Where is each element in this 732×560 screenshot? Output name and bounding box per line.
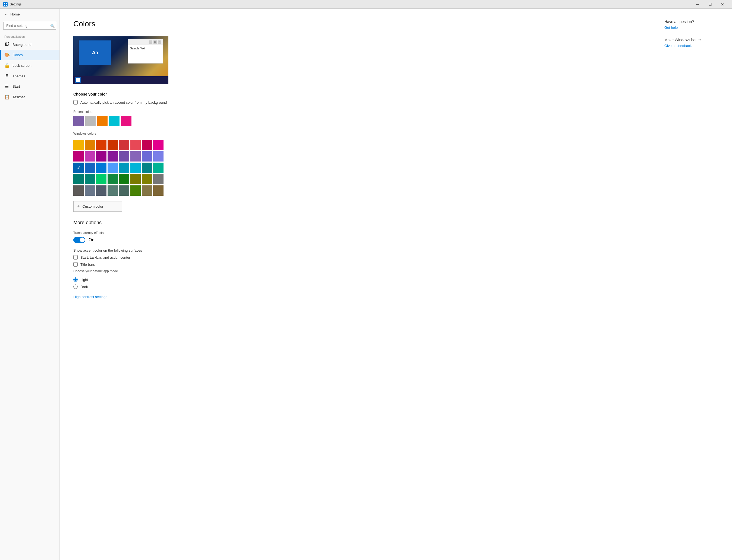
windows-swatch-35[interactable] (108, 185, 118, 196)
themes-icon: 🖥 (4, 74, 9, 78)
maximize-button[interactable]: ☐ (704, 0, 716, 9)
windows-swatch-26[interactable] (96, 174, 106, 184)
back-button[interactable]: ← Home (0, 9, 59, 20)
radio-dark-label[interactable]: Dark (80, 285, 88, 289)
radio-dark[interactable] (73, 284, 78, 289)
windows-swatch-28[interactable] (119, 174, 129, 184)
radio-light[interactable] (73, 277, 78, 282)
check-start-checkbox[interactable] (73, 255, 78, 260)
preview-max-btn: □ (153, 40, 157, 44)
close-button[interactable]: ✕ (716, 0, 729, 9)
windows-swatch-36[interactable] (119, 185, 129, 196)
windows-swatch-18[interactable] (96, 163, 106, 173)
start-icon: ☰ (4, 84, 9, 89)
windows-swatch-19[interactable] (108, 163, 118, 173)
windows-swatch-27[interactable] (108, 174, 118, 184)
windows-swatch-3[interactable] (108, 140, 118, 150)
check-start-label[interactable]: Start, taskbar, and action center (80, 255, 130, 260)
preview-x-btn: × (158, 40, 161, 44)
recent-swatch-1[interactable] (85, 116, 96, 126)
auto-pick-row: Automatically pick an accent color from … (73, 100, 645, 105)
search-input[interactable] (3, 22, 56, 30)
auto-pick-label[interactable]: Automatically pick an accent color from … (80, 100, 167, 105)
windows-swatch-31[interactable] (153, 174, 163, 184)
windows-swatch-15[interactable] (153, 151, 163, 162)
windows-swatch-16[interactable] (73, 163, 84, 173)
windows-swatch-22[interactable] (142, 163, 152, 173)
windows-swatch-25[interactable] (85, 174, 95, 184)
svg-rect-3 (6, 5, 7, 6)
sidebar-item-label-background: Background (12, 43, 31, 47)
windows-swatch-8[interactable] (73, 151, 84, 162)
radio-light-label[interactable]: Light (80, 278, 88, 282)
auto-pick-checkbox[interactable] (73, 100, 78, 105)
windows-swatch-33[interactable] (85, 185, 95, 196)
sidebar-item-themes[interactable]: 🖥 Themes (0, 71, 59, 81)
windows-swatch-30[interactable] (142, 174, 152, 184)
svg-rect-1 (6, 3, 7, 4)
recent-swatch-4[interactable] (121, 116, 131, 126)
windows-swatch-7[interactable] (153, 140, 163, 150)
high-contrast-link[interactable]: High contrast settings (73, 295, 107, 299)
windows-swatch-38[interactable] (142, 185, 152, 196)
preview-close-btn: ─ (149, 40, 152, 44)
recent-swatch-0[interactable] (73, 116, 84, 126)
windows-swatch-6[interactable] (142, 140, 152, 150)
windows-swatch-20[interactable] (119, 163, 129, 173)
windows-swatch-11[interactable] (108, 151, 118, 162)
windows-swatch-2[interactable] (96, 140, 106, 150)
windows-swatch-32[interactable] (73, 185, 84, 196)
windows-swatch-23[interactable] (153, 163, 163, 173)
svg-rect-0 (4, 3, 5, 4)
windows-swatch-12[interactable] (119, 151, 129, 162)
windows-swatch-10[interactable] (96, 151, 106, 162)
windows-swatch-5[interactable] (130, 140, 141, 150)
windows-swatch-17[interactable] (85, 163, 95, 173)
main-content: Colors Aa ─ □ × Sample Text (60, 9, 656, 560)
sidebar-item-start[interactable]: ☰ Start (0, 81, 59, 92)
preview-container: Aa ─ □ × Sample Text (73, 36, 168, 84)
sidebar-item-background[interactable]: 🖼 Background (0, 39, 59, 50)
preview-window: Aa (79, 40, 111, 65)
windows-swatch-34[interactable] (96, 185, 106, 196)
windows-swatch-14[interactable] (142, 151, 152, 162)
custom-color-button[interactable]: + Custom color (73, 201, 122, 212)
windows-swatch-13[interactable] (130, 151, 141, 162)
recent-colors-label: Recent colors (73, 110, 645, 114)
back-label: Home (10, 12, 20, 16)
app-mode-title: Choose your default app mode (73, 269, 645, 273)
colors-icon: 🎨 (4, 52, 9, 58)
app-icon (3, 2, 8, 7)
search-icon[interactable]: 🔍 (50, 24, 55, 28)
check-title-label[interactable]: Title bars (80, 262, 95, 267)
windows-colors-label: Windows colors (73, 132, 645, 135)
windows-swatch-21[interactable] (130, 163, 141, 173)
minimize-button[interactable]: ─ (691, 0, 704, 9)
sidebar-item-colors[interactable]: 🎨 Colors (0, 50, 59, 60)
check-title-checkbox[interactable] (73, 262, 78, 267)
sidebar: ← Home 🔍 Personalization 🖼 Background 🎨 … (0, 9, 60, 560)
toggle-knob (80, 238, 85, 242)
sidebar-item-lock-screen[interactable]: 🔒 Lock screen (0, 60, 59, 71)
windows-swatch-39[interactable] (153, 185, 163, 196)
windows-swatch-37[interactable] (130, 185, 141, 196)
recent-swatch-2[interactable] (97, 116, 108, 126)
titlebar-controls: ─ ☐ ✕ (691, 0, 729, 9)
back-arrow-icon: ← (4, 12, 8, 16)
windows-swatch-24[interactable] (73, 174, 84, 184)
windows-swatch-29[interactable] (130, 174, 141, 184)
start-taskbar-check-row: Start, taskbar, and action center (73, 255, 645, 260)
titlebar-title: Settings (10, 2, 691, 6)
svg-rect-2 (4, 5, 5, 6)
recent-swatch-3[interactable] (109, 116, 119, 126)
feedback-link[interactable]: Give us feedback (664, 44, 724, 48)
windows-swatch-4[interactable] (119, 140, 129, 150)
transparency-toggle[interactable] (73, 237, 85, 243)
windows-swatch-9[interactable] (85, 151, 95, 162)
windows-swatch-1[interactable] (85, 140, 95, 150)
have-question-text: Have a question? (664, 20, 724, 24)
preview-sample-text: Sample Text (128, 45, 163, 52)
get-help-link[interactable]: Get help (664, 26, 724, 30)
windows-swatch-0[interactable] (73, 140, 84, 150)
sidebar-item-taskbar[interactable]: 📋 Taskbar (0, 92, 59, 102)
